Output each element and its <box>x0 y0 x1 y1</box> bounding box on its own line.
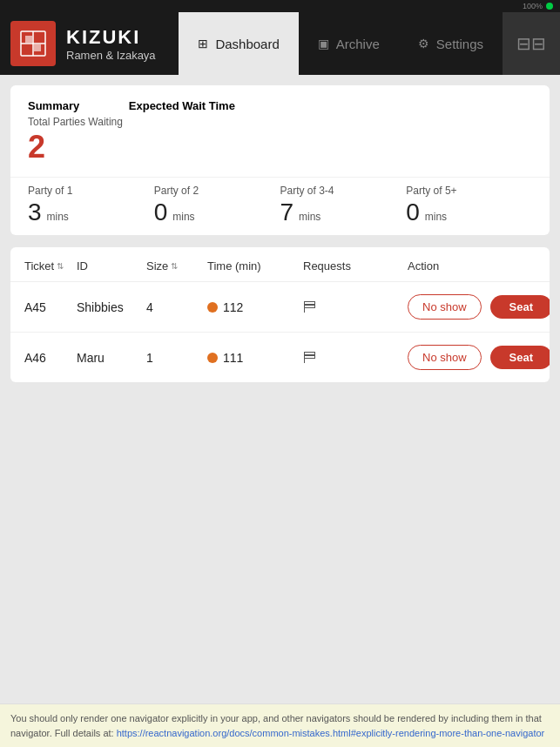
warning-link[interactable]: https://reactnavigation.org/docs/common-… <box>117 728 545 738</box>
table-row: A46 Maru 1 111 ⛿ No show Seat ✕ <box>10 333 550 382</box>
wait-value-0: 3 <box>28 199 42 225</box>
time-dot-a45 <box>207 302 218 313</box>
status-bar: 100% <box>0 0 560 12</box>
wait-title: Expected Wait Time <box>129 99 532 112</box>
svg-rect-4 <box>25 36 32 43</box>
nav-tabs: ⊞ Dashboard ▣ Archive ⚙ Settings ⊟⊟ <box>179 12 560 75</box>
wait-unit-0: mins <box>46 211 68 223</box>
archive-icon: ▣ <box>318 37 329 50</box>
id-a46: Maru <box>77 351 146 365</box>
bottom-warning: You should only render one navigator exp… <box>0 703 560 747</box>
sort-ticket-icon: ⇅ <box>57 261 64 271</box>
tab-archive-label: Archive <box>336 37 380 51</box>
action-a45: No show Seat ✕ <box>408 294 550 320</box>
wait-unit-2: mins <box>299 211 320 223</box>
summary-section: Summary Total Parties Waiting 2 <box>28 99 129 163</box>
brand-name: KIZUKI <box>66 26 156 49</box>
summary-title: Summary <box>28 99 129 112</box>
dashboard-icon: ⊞ <box>198 37 208 50</box>
tab-archive[interactable]: ▣ Archive <box>299 12 399 75</box>
wait-item-3: Party of 5+ 0 mins <box>406 185 532 225</box>
time-a46: 111 <box>207 351 303 365</box>
wait-value-1: 0 <box>154 199 168 225</box>
total-label: Total Parties Waiting <box>28 116 129 128</box>
size-a46: 1 <box>146 351 207 365</box>
sidebar-toggle-button[interactable]: ⊟⊟ <box>503 12 560 75</box>
wait-unit-1: mins <box>172 211 194 223</box>
wait-item-0: Party of 1 3 mins <box>28 185 154 225</box>
wait-value-2: 7 <box>280 199 294 225</box>
table-header: Ticket ⇅ ID Size ⇅ Time (min) Requests A… <box>10 247 550 282</box>
col-action: Action <box>408 259 536 273</box>
seat-button-a45[interactable]: Seat <box>490 295 550 319</box>
wait-section: Expected Wait Time <box>129 99 532 119</box>
tab-dashboard-label: Dashboard <box>215 37 279 51</box>
tab-settings[interactable]: ⚙ Settings <box>399 12 503 75</box>
requests-a45: ⛿ <box>303 299 408 315</box>
header: KIZUKI Ramen & Izakaya ⊞ Dashboard ▣ Arc… <box>0 12 560 75</box>
size-a45: 4 <box>146 300 207 314</box>
party-label-0: Party of 1 <box>28 185 154 197</box>
col-size: Size ⇅ <box>146 259 207 273</box>
tab-settings-label: Settings <box>436 37 483 51</box>
wait-item-2: Party of 3-4 7 mins <box>280 185 407 225</box>
logo <box>10 21 56 66</box>
settings-icon: ⚙ <box>418 37 429 50</box>
ticket-a45: A45 <box>24 300 77 314</box>
table-row: A45 Shibbies 4 112 ⛿ No show Seat ✕ <box>10 282 550 333</box>
time-a45: 112 <box>207 300 303 314</box>
seat-button-a46[interactable]: Seat <box>490 346 550 369</box>
wait-value-3: 0 <box>406 199 420 225</box>
time-dot-a46 <box>207 353 218 363</box>
party-label-3: Party of 5+ <box>406 185 532 197</box>
party-label-2: Party of 3-4 <box>280 185 407 197</box>
col-time: Time (min) <box>207 259 303 273</box>
action-a46: No show Seat ✕ <box>408 345 550 370</box>
total-value: 2 <box>28 131 129 163</box>
col-requests: Requests <box>303 259 408 273</box>
summary-card: Summary Total Parties Waiting 2 Expected… <box>10 85 550 178</box>
brand-sub: Ramen & Izakaya <box>66 49 156 62</box>
queue-table: Ticket ⇅ ID Size ⇅ Time (min) Requests A… <box>10 247 550 382</box>
brand-text: KIZUKI Ramen & Izakaya <box>66 26 156 62</box>
content-area: Summary Total Parties Waiting 2 Expected… <box>0 75 560 393</box>
logo-icon <box>17 28 49 59</box>
id-a45: Shibbies <box>77 300 146 314</box>
tab-dashboard[interactable]: ⊞ Dashboard <box>179 12 298 75</box>
wait-items-card: Party of 1 3 mins Party of 2 0 mins Part… <box>10 178 550 235</box>
ticket-a46: A46 <box>24 351 77 365</box>
col-ticket: Ticket ⇅ <box>24 259 77 273</box>
bookmark-icon-a45: ⛿ <box>303 299 317 314</box>
noshow-button-a46[interactable]: No show <box>408 345 482 370</box>
wait-unit-3: mins <box>425 211 447 223</box>
battery-label: 100% <box>523 2 543 10</box>
bookmark-icon-a46: ⛿ <box>303 350 317 365</box>
svg-rect-5 <box>34 44 41 51</box>
col-id: ID <box>77 259 146 273</box>
requests-a46: ⛿ <box>303 350 408 366</box>
wait-item-1: Party of 2 0 mins <box>154 185 280 225</box>
noshow-button-a45[interactable]: No show <box>408 294 482 320</box>
party-label-1: Party of 2 <box>154 185 280 197</box>
sort-size-icon: ⇅ <box>171 261 178 271</box>
status-dot <box>546 3 553 10</box>
